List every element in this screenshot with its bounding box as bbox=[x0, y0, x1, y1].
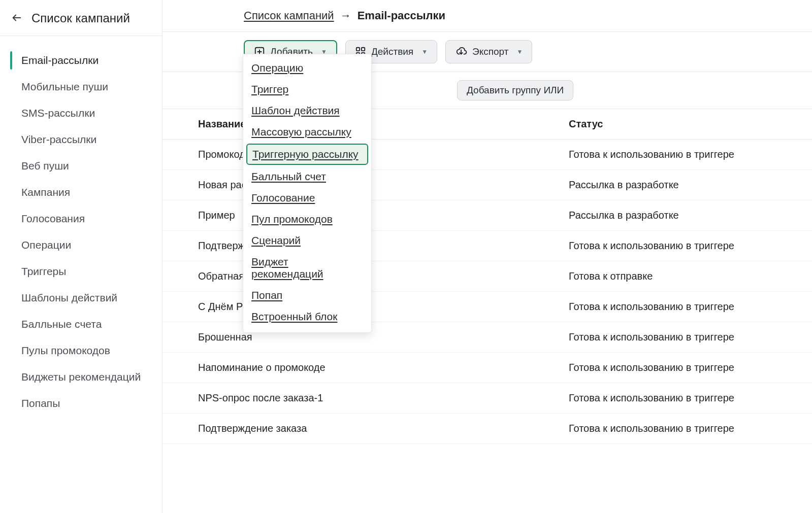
export-button[interactable]: Экспорт ▼ bbox=[445, 40, 532, 63]
table-row[interactable]: NPS-опрос после заказа-1Готова к использ… bbox=[163, 383, 812, 414]
sidebar-item-label: Шаблоны действий bbox=[21, 292, 117, 303]
sidebar-item-label: Попапы bbox=[21, 397, 60, 409]
sidebar-item-label: Мобильные пуши bbox=[21, 81, 108, 92]
dropdown-item-link[interactable]: Пул промокодов bbox=[251, 213, 333, 225]
dropdown-item-1[interactable]: Триггер bbox=[243, 79, 371, 100]
table-row[interactable]: Подтверждение заказаГотова к использован… bbox=[163, 414, 812, 444]
sidebar-item-3[interactable]: Viber-рассылки bbox=[0, 126, 162, 153]
sidebar-item-1[interactable]: Мобильные пуши bbox=[0, 74, 162, 100]
dropdown-item-6[interactable]: Голосование bbox=[243, 187, 371, 209]
sidebar-item-label: Виджеты рекомендаций bbox=[21, 371, 141, 383]
row-status: Готова к использованию в триггере bbox=[569, 149, 812, 160]
sidebar-item-4[interactable]: Веб пуши bbox=[0, 153, 162, 179]
row-status: Готова к использованию в триггере bbox=[569, 423, 812, 434]
dropdown-item-link[interactable]: Голосование bbox=[251, 192, 315, 203]
dropdown-item-link[interactable]: Встроенный блок bbox=[251, 311, 337, 322]
sidebar: Список кампаний Email-рассылкиМобильные … bbox=[0, 0, 163, 513]
dropdown-item-link[interactable]: Шаблон действия bbox=[251, 105, 340, 116]
sidebar-item-0[interactable]: Email-рассылки bbox=[0, 47, 162, 74]
dropdown-item-link[interactable]: Попап bbox=[251, 289, 282, 301]
sidebar-item-12[interactable]: Виджеты рекомендаций bbox=[0, 364, 162, 390]
sidebar-item-label: Балльные счета bbox=[21, 318, 102, 330]
dropdown-item-8[interactable]: Сценарий bbox=[243, 230, 371, 251]
sidebar-item-label: Веб пуши bbox=[21, 160, 69, 172]
sidebar-item-13[interactable]: Попапы bbox=[0, 390, 162, 417]
sidebar-item-label: Голосования bbox=[21, 213, 85, 224]
row-name: Брошенная bbox=[198, 331, 569, 343]
row-name: Напоминание о промокоде bbox=[198, 362, 569, 373]
sidebar-item-label: SMS-рассылки bbox=[21, 107, 95, 119]
sidebar-item-10[interactable]: Балльные счета bbox=[0, 311, 162, 337]
row-status: Рассылка в разработке bbox=[569, 179, 812, 191]
dropdown-item-link[interactable]: Операцию bbox=[251, 62, 303, 74]
dropdown-item-5[interactable]: Балльный счет bbox=[243, 166, 371, 187]
cloud-download-icon bbox=[455, 46, 467, 57]
dropdown-item-4[interactable]: Триггерную рассылку bbox=[246, 144, 368, 165]
sidebar-item-label: Email-рассылки bbox=[21, 54, 99, 66]
dropdown-item-link[interactable]: Триггер bbox=[251, 83, 288, 95]
add-or-group-chip[interactable]: Добавить группу ИЛИ bbox=[457, 80, 573, 100]
column-header-status[interactable]: Статус bbox=[569, 118, 812, 130]
row-status: Готова к использованию в триггере bbox=[569, 331, 812, 343]
svg-rect-4 bbox=[356, 48, 360, 51]
chevron-down-icon: ▼ bbox=[421, 48, 428, 55]
sidebar-title: Список кампаний bbox=[31, 11, 130, 25]
breadcrumb-current: Email-рассылки bbox=[358, 9, 445, 22]
dropdown-item-9[interactable]: Виджет рекомендаций bbox=[243, 251, 371, 285]
sidebar-item-7[interactable]: Операции bbox=[0, 232, 162, 258]
sidebar-item-5[interactable]: Кампания bbox=[0, 179, 162, 206]
dropdown-item-link[interactable]: Виджет рекомендаций bbox=[251, 256, 323, 280]
row-status: Готова к использованию в триггере bbox=[569, 301, 812, 313]
sidebar-item-9[interactable]: Шаблоны действий bbox=[0, 285, 162, 311]
svg-rect-5 bbox=[362, 48, 365, 51]
row-status: Готова к использованию в триггере bbox=[569, 392, 812, 404]
sidebar-item-6[interactable]: Голосования bbox=[0, 206, 162, 232]
row-status: Готова к использованию в триггере bbox=[569, 240, 812, 252]
dropdown-item-7[interactable]: Пул промокодов bbox=[243, 209, 371, 230]
dropdown-item-link[interactable]: Массовую рассылку bbox=[251, 126, 351, 138]
row-name: Подтверждение заказа bbox=[198, 423, 569, 434]
sidebar-item-2[interactable]: SMS-рассылки bbox=[0, 100, 162, 126]
sidebar-item-label: Операции bbox=[21, 239, 71, 251]
sidebar-item-11[interactable]: Пулы промокодов bbox=[0, 337, 162, 364]
actions-button-label: Действия bbox=[371, 46, 413, 57]
table-row[interactable]: Напоминание о промокодеГотова к использо… bbox=[163, 353, 812, 383]
dropdown-item-2[interactable]: Шаблон действия bbox=[243, 100, 371, 121]
sidebar-item-label: Viber-рассылки bbox=[21, 133, 96, 145]
back-arrow-icon[interactable] bbox=[11, 12, 22, 25]
dropdown-item-0[interactable]: Операцию bbox=[243, 57, 371, 79]
row-status: Готова к использованию в триггере bbox=[569, 362, 812, 373]
chevron-down-icon: ▼ bbox=[516, 48, 523, 55]
sidebar-nav: Email-рассылкиМобильные пушиSMS-рассылки… bbox=[0, 36, 162, 417]
sidebar-item-8[interactable]: Триггеры bbox=[0, 258, 162, 285]
dropdown-item-3[interactable]: Массовую рассылку bbox=[243, 121, 371, 143]
add-dropdown[interactable]: ОперациюТриггерШаблон действияМассовую р… bbox=[243, 54, 372, 333]
row-status: Рассылка в разработке bbox=[569, 210, 812, 221]
sidebar-item-label: Триггеры bbox=[21, 265, 66, 277]
breadcrumb: Список кампаний → Email-рассылки bbox=[163, 0, 812, 32]
sidebar-header: Список кампаний bbox=[0, 0, 162, 36]
sidebar-item-label: Кампания bbox=[21, 186, 70, 198]
arrow-right-icon: → bbox=[340, 9, 351, 22]
dropdown-item-link[interactable]: Сценарий bbox=[251, 234, 301, 246]
dropdown-item-10[interactable]: Попап bbox=[243, 285, 371, 306]
sidebar-item-label: Пулы промокодов bbox=[21, 345, 110, 356]
dropdown-item-11[interactable]: Встроенный блок bbox=[243, 306, 371, 327]
row-status: Готова к отправке bbox=[569, 270, 812, 282]
dropdown-item-link[interactable]: Триггерную рассылку bbox=[252, 148, 359, 160]
dropdown-item-link[interactable]: Балльный счет bbox=[251, 170, 326, 182]
breadcrumb-link-campaigns[interactable]: Список кампаний bbox=[244, 9, 334, 22]
row-name: NPS-опрос после заказа-1 bbox=[198, 392, 569, 404]
export-button-label: Экспорт bbox=[472, 46, 508, 57]
